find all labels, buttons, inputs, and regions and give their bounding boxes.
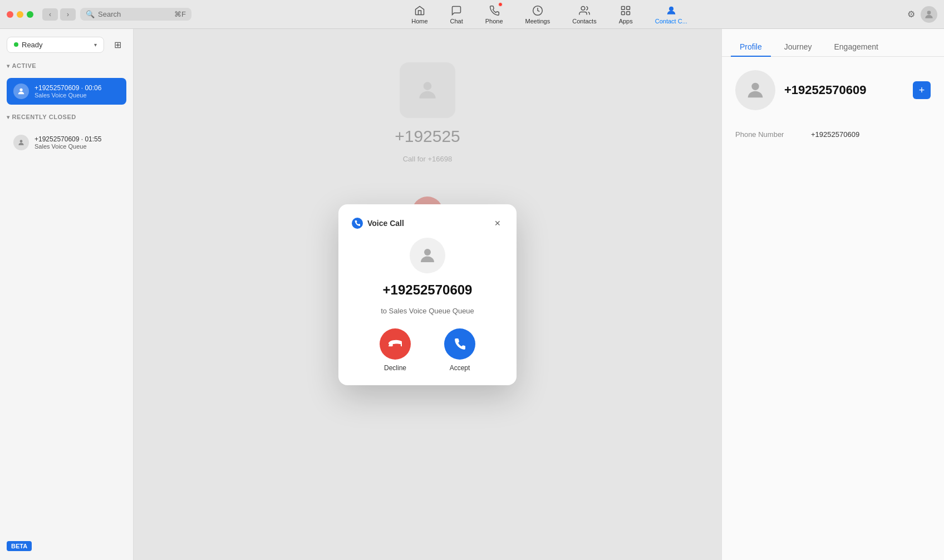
right-panel: Profile Journey Engagement +19252570609 … [721,29,944,560]
nav-label-apps: Apps [619,18,633,24]
active-call-item[interactable]: +19252570609 · 00:06 Sales Voice Queue [7,78,126,105]
minimize-button[interactable] [17,11,23,18]
nav-item-home[interactable]: Home [400,1,439,28]
closed-call-number: +19252570609 · 01:55 [35,135,120,143]
home-icon [414,4,426,17]
phone-field-row: Phone Number +19252570609 [735,124,931,145]
svg-rect-2 [622,6,625,9]
status-dropdown[interactable]: Ready ▾ [7,37,104,53]
decline-circle [380,328,411,360]
voice-call-icon [352,218,363,229]
caller-avatar [410,238,445,273]
apps-icon [620,4,632,17]
search-icon: 🔍 [86,10,95,18]
back-button[interactable]: ‹ [42,8,58,21]
settings-icon[interactable]: ⚙ [907,9,915,19]
center-area: +192525 Call for +16698 Decline [134,29,721,560]
nav-item-apps[interactable]: Apps [608,1,644,28]
maximize-button[interactable] [27,11,33,18]
modal-header: Voice Call ✕ [352,218,503,229]
nav-buttons: ‹ › [42,8,76,21]
status-bar: Ready ▾ ⊞ [7,36,126,53]
main-layout: Ready ▾ ⊞ ACTIVE +19252570609 · 00:06 Sa… [0,29,944,560]
close-button[interactable] [7,11,13,18]
contact-c-icon [665,4,677,17]
nav-item-contact-c[interactable]: Contact C... [644,1,699,28]
nav-label-phone: Phone [485,18,503,24]
svg-point-6 [669,7,673,11]
svg-point-12 [751,83,759,90]
forward-button[interactable]: › [60,8,76,21]
contact-number: +19252570609 [784,83,866,97]
active-call-avatar [13,83,29,99]
caller-queue: to Sales Voice Queue Queue [381,307,474,315]
user-avatar[interactable] [921,6,937,23]
caller-number: +19252570609 [383,282,473,298]
svg-rect-4 [622,11,625,14]
sidebar: Ready ▾ ⊞ ACTIVE +19252570609 · 00:06 Sa… [0,29,134,560]
search-shortcut: ⌘F [174,10,186,18]
recently-closed-header: RECENTLY CLOSED [7,111,126,122]
search-label: Search [98,10,121,18]
active-call-number: +19252570609 · 00:06 [35,84,120,92]
active-call-queue: Sales Voice Queue [35,92,120,99]
nav-item-chat[interactable]: Chat [439,1,474,28]
accept-label: Accept [450,364,470,372]
nav-label-meetings: Meetings [525,18,550,24]
title-bar-right: ⚙ [907,6,937,23]
nav-item-phone[interactable]: Phone [474,1,514,28]
svg-point-7 [927,11,931,14]
modal-overlay: Voice Call ✕ +19252570609 to Sales Voice… [134,29,721,560]
nav-label-home: Home [411,18,427,24]
closed-call-item[interactable]: +19252570609 · 01:55 Sales Voice Queue [7,129,126,156]
grid-button[interactable]: ⊞ [109,36,126,53]
nav-item-meetings[interactable]: Meetings [514,1,562,28]
phone-field-value: +19252570609 [811,130,859,139]
status-dot [14,42,18,47]
chevron-down-icon: ▾ [94,42,97,48]
active-section-header: ACTIVE [7,60,126,71]
traffic-lights [7,11,33,18]
contact-header: +19252570609 + [735,70,931,110]
svg-rect-3 [627,6,630,9]
closed-call-info: +19252570609 · 01:55 Sales Voice Queue [35,135,120,150]
modal-title: Voice Call [367,219,404,228]
top-nav: Home Chat Phone [196,1,903,28]
voice-call-modal: Voice Call ✕ +19252570609 to Sales Voice… [338,204,517,385]
beta-badge: BETA [7,541,32,551]
decline-button[interactable]: Decline [380,328,411,372]
tab-profile[interactable]: Profile [731,38,771,57]
nav-item-contacts[interactable]: Contacts [561,1,607,28]
svg-rect-5 [627,11,630,14]
phone-icon [488,4,500,17]
tab-journey[interactable]: Journey [775,38,821,57]
accept-button[interactable]: Accept [444,328,475,372]
add-contact-button[interactable]: + [913,81,931,99]
chat-icon [450,4,463,17]
nav-label-chat: Chat [450,18,463,24]
svg-point-1 [581,6,585,10]
right-panel-tabs: Profile Journey Engagement [722,29,944,57]
modal-actions: Decline Accept [380,328,475,372]
nav-label-contacts: Contacts [572,18,596,24]
phone-badge [498,2,503,7]
closed-call-queue: Sales Voice Queue [35,143,120,150]
closed-call-avatar [13,135,29,150]
contact-avatar [735,70,775,110]
search-bar[interactable]: 🔍 Search ⌘F [80,8,191,21]
phone-field-label: Phone Number [735,130,802,139]
active-call-info: +19252570609 · 00:06 Sales Voice Queue [35,84,120,99]
contacts-icon [578,4,591,17]
tab-engagement[interactable]: Engagement [825,38,887,57]
svg-point-8 [19,89,22,91]
svg-point-11 [424,249,431,256]
decline-label: Decline [384,364,406,372]
right-panel-content: +19252570609 + Phone Number +19252570609 [722,57,944,560]
svg-point-9 [20,140,23,143]
meetings-icon [532,4,544,17]
close-icon[interactable]: ✕ [492,218,503,229]
accept-circle [444,328,475,360]
status-label: Ready [22,41,43,49]
nav-label-contact-c: Contact C... [655,18,687,24]
title-bar: ‹ › 🔍 Search ⌘F Home Chat [0,0,944,29]
